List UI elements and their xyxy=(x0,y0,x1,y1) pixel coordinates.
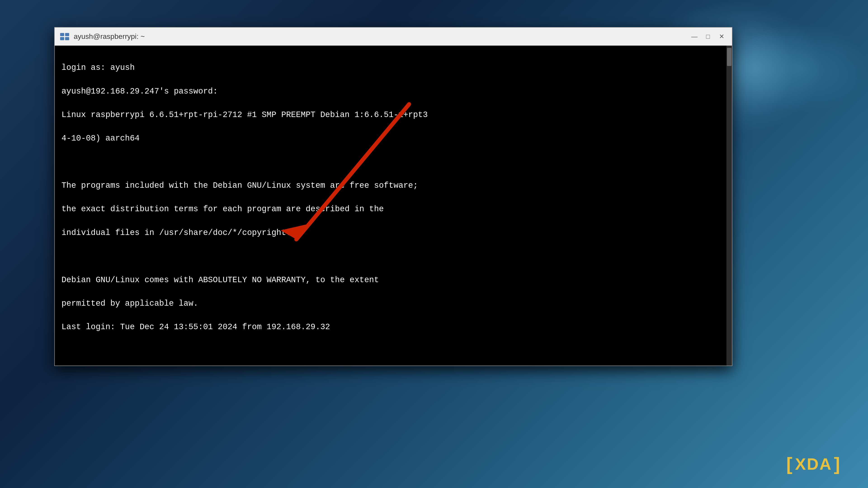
terminal-output: login as: ayush ayush@192.168.29.247's p… xyxy=(61,50,725,365)
terminal-line-files: individual files in /usr/share/doc/*/cop… xyxy=(61,227,725,239)
terminal-line-programs: The programs included with the Debian GN… xyxy=(61,180,725,192)
terminal-line-login: login as: ayush xyxy=(61,62,725,74)
maximize-button[interactable]: □ xyxy=(702,31,714,42)
window-controls: — □ ✕ xyxy=(688,31,727,42)
xda-bracket-right: ] xyxy=(834,454,841,475)
terminal-line-permitted: permitted by applicable law. xyxy=(61,298,725,310)
terminal-line-blank1 xyxy=(61,156,725,168)
terminal-line-lastlogin: Last login: Tue Dec 24 13:55:01 2024 fro… xyxy=(61,321,725,333)
window-title: ayush@raspberrypi: ~ xyxy=(74,32,145,41)
scrollbar-thumb[interactable] xyxy=(727,48,732,66)
terminal-line-linux2: 4-10-08) aarch64 xyxy=(61,133,725,144)
title-bar: ayush@raspberrypi: ~ — □ ✕ xyxy=(55,28,732,46)
terminal-content[interactable]: login as: ayush ayush@192.168.29.247's p… xyxy=(55,46,732,365)
minimize-button[interactable]: — xyxy=(688,31,700,42)
xda-logo: [XDA] xyxy=(786,454,841,475)
terminal-line-blank2 xyxy=(61,251,725,262)
terminal-line-debian: Debian GNU/Linux comes with ABSOLUTELY N… xyxy=(61,274,725,286)
terminal-line-linux1: Linux raspberrypi 6.6.51+rpt-rpi-2712 #1… xyxy=(61,109,725,121)
scrollbar-track[interactable] xyxy=(726,46,732,365)
terminal-window: ayush@raspberrypi: ~ — □ ✕ login as: ayu… xyxy=(54,27,733,366)
terminal-icon xyxy=(59,31,70,42)
xda-bracket-left: [ xyxy=(786,454,794,475)
terminal-line-terms: the exact distribution terms for each pr… xyxy=(61,203,725,215)
close-button[interactable]: ✕ xyxy=(716,31,727,42)
terminal-line-password: ayush@192.168.29.247's password: xyxy=(61,86,725,97)
terminal-line-blank3 xyxy=(61,345,725,357)
xda-logo-text: XDA xyxy=(795,455,832,473)
